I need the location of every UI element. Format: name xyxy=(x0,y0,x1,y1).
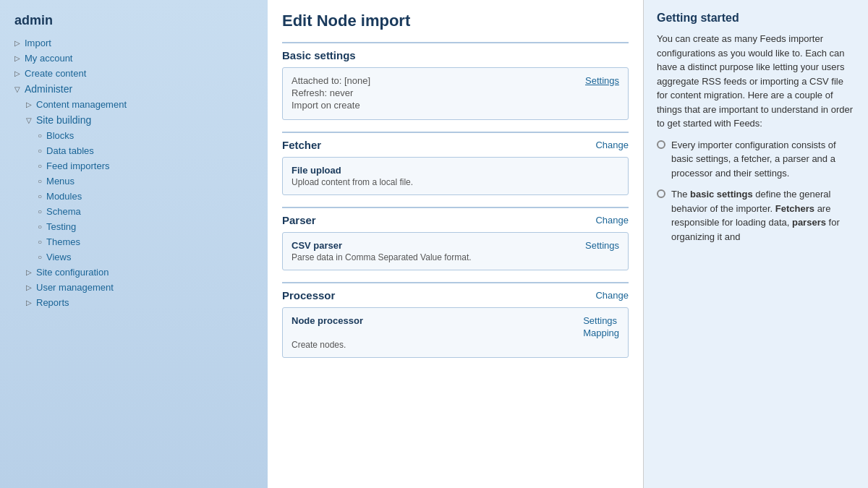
arrow-icon: ▽ xyxy=(14,85,20,93)
list-item: Every importer configuration consists of… xyxy=(657,138,855,181)
list-item-text: The basic settings define the general be… xyxy=(671,187,855,244)
parser-section: Parser Change CSV parser Settings Parse … xyxy=(282,207,629,270)
main-content: Edit Node import Basic settings Attached… xyxy=(268,0,868,488)
page-title: Edit Node import xyxy=(282,12,629,30)
sidebar-item-label: Testing xyxy=(46,221,76,232)
sidebar-item-site-building[interactable]: ▽ Site building xyxy=(0,112,268,128)
basic-settings-label: Basic settings xyxy=(282,49,356,61)
parser-name-row: CSV parser Settings xyxy=(292,240,619,251)
arrow-icon: ▽ xyxy=(26,116,32,124)
sidebar-item-themes[interactable]: ○ Themes xyxy=(0,234,268,249)
sidebar-item-blocks[interactable]: ○ Blocks xyxy=(0,128,268,143)
sidebar-item-label: Reports xyxy=(36,297,69,308)
sidebar-item-user-management[interactable]: ▷ User management xyxy=(0,280,268,295)
fetcher-box: File upload Upload content from a local … xyxy=(282,157,629,195)
arrow-icon: ▷ xyxy=(14,39,20,47)
basic-settings-section: Basic settings Attached to: [none] Setti… xyxy=(282,42,629,120)
sidebar-item-content-management[interactable]: ▷ Content management xyxy=(0,97,268,112)
sidebar-item-views[interactable]: ○ Views xyxy=(0,249,268,265)
circle-icon: ○ xyxy=(38,177,42,185)
arrow-icon: ▷ xyxy=(14,69,20,77)
parser-name: CSV parser xyxy=(292,240,342,251)
sidebar-item-label: User management xyxy=(36,282,114,293)
sidebar-item-feed-importers[interactable]: ○ Feed importers xyxy=(0,158,268,174)
processor-label: Processor xyxy=(282,289,335,301)
sidebar-item-label: Data tables xyxy=(46,145,94,156)
circle-icon: ○ xyxy=(38,253,42,261)
processor-links: Settings Mapping xyxy=(583,315,619,338)
sidebar-item-reports[interactable]: ▷ Reports xyxy=(0,295,268,310)
bullet-icon xyxy=(657,189,665,198)
circle-icon: ○ xyxy=(38,132,42,140)
fetcher-name: File upload xyxy=(292,165,619,176)
refresh-text: Refresh: never xyxy=(292,87,619,98)
content-area: Edit Node import Basic settings Attached… xyxy=(268,0,644,488)
attached-to-text: Attached to: [none] xyxy=(292,75,370,86)
processor-settings-link[interactable]: Settings xyxy=(583,315,619,326)
basic-settings-link[interactable]: Settings xyxy=(585,75,619,86)
sidebar-item-data-tables[interactable]: ○ Data tables xyxy=(0,143,268,158)
attached-to-row: Attached to: [none] Settings xyxy=(292,75,619,87)
sidebar-item-label: Views xyxy=(46,252,71,262)
fetcher-change-link[interactable]: Change xyxy=(595,140,629,150)
arrow-icon: ▷ xyxy=(26,299,32,307)
sidebar-item-label: Menus xyxy=(46,176,75,187)
processor-name-row: Node processor Settings Mapping xyxy=(292,315,619,338)
parser-heading: Parser Change xyxy=(282,207,629,226)
sidebar-item-label: Content management xyxy=(36,99,127,110)
right-panel-title: Getting started xyxy=(657,12,855,25)
processor-mapping-link[interactable]: Mapping xyxy=(583,328,619,338)
sidebar-item-label: My account xyxy=(25,53,72,64)
sidebar-item-menus[interactable]: ○ Menus xyxy=(0,174,268,189)
processor-section: Processor Change Node processor Settings… xyxy=(282,282,629,358)
sidebar-item-label: Site configuration xyxy=(36,267,109,278)
sidebar-item-label: Schema xyxy=(46,206,81,217)
right-panel-intro: You can create as many Feeds importer co… xyxy=(657,32,855,131)
fetcher-section: Fetcher Change File upload Upload conten… xyxy=(282,132,629,195)
sidebar-item-label: Administer xyxy=(25,83,72,95)
basic-settings-box: Attached to: [none] Settings Refresh: ne… xyxy=(282,67,629,120)
sidebar: admin ▷ Import ▷ My account ▷ Create con… xyxy=(0,0,268,488)
sidebar-item-label: Create content xyxy=(25,68,86,79)
list-item: The basic settings define the general be… xyxy=(657,187,855,244)
parser-label: Parser xyxy=(282,214,316,226)
right-panel-list: Every importer configuration consists of… xyxy=(657,138,855,244)
fetcher-desc: Upload content from a local file. xyxy=(292,177,619,187)
circle-icon: ○ xyxy=(38,223,42,231)
arrow-icon: ▷ xyxy=(26,283,32,291)
processor-name: Node processor xyxy=(292,315,363,338)
circle-icon: ○ xyxy=(38,207,42,215)
sidebar-item-label: Site building xyxy=(36,114,91,126)
parser-desc: Parse data in Comma Separated Value form… xyxy=(292,252,619,262)
import-on-create-text: Import on create xyxy=(292,100,619,111)
circle-icon: ○ xyxy=(38,192,42,200)
circle-icon: ○ xyxy=(38,238,42,246)
sidebar-item-label: Modules xyxy=(46,191,82,202)
fetcher-heading: Fetcher Change xyxy=(282,132,629,151)
circle-icon: ○ xyxy=(38,162,42,170)
circle-icon: ○ xyxy=(38,147,42,155)
sidebar-item-label: Themes xyxy=(46,236,80,247)
parser-box: CSV parser Settings Parse data in Comma … xyxy=(282,232,629,270)
arrow-icon: ▷ xyxy=(26,268,32,276)
right-panel: Getting started You can create as many F… xyxy=(644,0,868,488)
sidebar-item-testing[interactable]: ○ Testing xyxy=(0,219,268,234)
sidebar-title: admin xyxy=(0,7,268,35)
sidebar-item-label: Blocks xyxy=(46,130,74,141)
parser-settings-link[interactable]: Settings xyxy=(585,240,619,251)
sidebar-item-modules[interactable]: ○ Modules xyxy=(0,189,268,204)
basic-settings-heading: Basic settings xyxy=(282,42,629,61)
sidebar-item-label: Import xyxy=(25,38,51,48)
sidebar-item-create-content[interactable]: ▷ Create content xyxy=(0,66,268,81)
parser-change-link[interactable]: Change xyxy=(595,215,629,226)
sidebar-item-site-configuration[interactable]: ▷ Site configuration xyxy=(0,265,268,280)
sidebar-item-my-account[interactable]: ▷ My account xyxy=(0,51,268,66)
sidebar-item-label: Feed importers xyxy=(46,160,109,171)
processor-box: Node processor Settings Mapping Create n… xyxy=(282,307,629,358)
list-item-text: Every importer configuration consists of… xyxy=(671,138,855,181)
processor-heading: Processor Change xyxy=(282,282,629,301)
sidebar-item-schema[interactable]: ○ Schema xyxy=(0,204,268,219)
processor-change-link[interactable]: Change xyxy=(595,290,629,301)
sidebar-item-import[interactable]: ▷ Import xyxy=(0,35,268,51)
sidebar-item-administer[interactable]: ▽ Administer xyxy=(0,81,268,97)
